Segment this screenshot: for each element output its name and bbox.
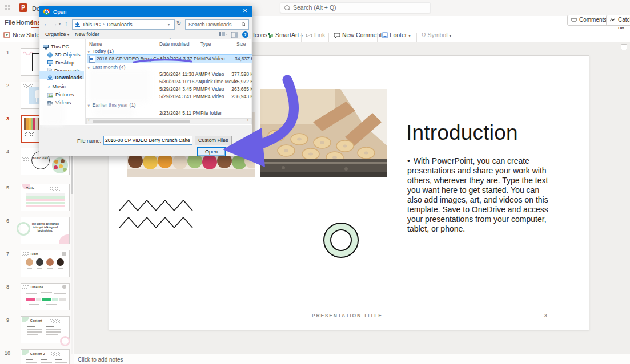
- thumb-decoration: [46, 329, 61, 330]
- new-slide-icon: [3, 32, 10, 38]
- file-name-chevron-icon: ▾: [185, 137, 187, 141]
- donut-shape[interactable]: [323, 222, 359, 258]
- preview-pane-icon[interactable]: [231, 32, 238, 38]
- ribbon-separator: [454, 33, 454, 42]
- slide-thumbnail-6[interactable]: The way to get started is to quit talkin…: [21, 217, 70, 244]
- column-header-date[interactable]: Date modified: [159, 41, 189, 47]
- symbol-label: Symbol: [427, 31, 447, 38]
- sidebar-item-downloads-selected[interactable]: Downloads: [39, 71, 84, 79]
- breadcrumb-root[interactable]: This PC: [82, 22, 101, 27]
- thumb-content2-label: Content 2: [30, 352, 45, 355]
- help-icon[interactable]: [242, 31, 248, 38]
- chrome-icon: [43, 9, 50, 15]
- link-button[interactable]: Link: [306, 31, 325, 38]
- thumb-decoration: [41, 359, 47, 360]
- new-slide-button[interactable]: New Slide▾: [3, 31, 43, 38]
- new-comment-button[interactable]: New Comment: [334, 31, 382, 38]
- collapse-rail-icon[interactable]: [621, 44, 627, 50]
- thumb-team-label: Team: [30, 252, 38, 256]
- thumb-decoration: [26, 293, 37, 294]
- dialog-title-bar[interactable]: Open ✕: [39, 6, 252, 17]
- zigzag-shape[interactable]: [118, 198, 194, 230]
- organize-button[interactable]: Organize ▾: [45, 31, 69, 37]
- view-mode-icon[interactable]: [219, 32, 227, 38]
- slide-thumbnail-5[interactable]: Table: [21, 184, 70, 211]
- thumb-decoration: [59, 234, 69, 244]
- catch-up-icon: [609, 18, 616, 22]
- history-chevron-icon[interactable]: ▾: [59, 22, 61, 26]
- comments-button[interactable]: Comments: [567, 15, 611, 26]
- smartart-button[interactable]: SmartArt▾: [267, 31, 303, 38]
- thumb-decoration: [50, 186, 61, 192]
- open-button[interactable]: Open: [197, 147, 226, 156]
- group-label-today[interactable]: Today (1): [87, 48, 114, 54]
- slide-body-text[interactable]: With PowerPoint, you can create presenta…: [407, 156, 553, 234]
- link-label: Link: [314, 31, 325, 38]
- symbol-button[interactable]: ΩSymbol▾: [422, 31, 451, 38]
- thumb-team-photo: [46, 258, 54, 266]
- file-name-input[interactable]: [103, 136, 192, 145]
- slide-thumbnail-9[interactable]: Content: [21, 316, 70, 343]
- chevron-down-icon: ▾: [67, 33, 69, 37]
- slide-thumbnail-8[interactable]: Timeline: [21, 283, 70, 310]
- notes-placeholder: Click to add notes: [78, 357, 123, 363]
- powerpoint-logo-icon[interactable]: [19, 3, 27, 12]
- scroll-left-icon[interactable]: ‹: [88, 118, 89, 122]
- tab-file[interactable]: File: [5, 19, 15, 26]
- thumb-decoration: [27, 326, 35, 327]
- thumb-number-7: 7: [6, 251, 14, 257]
- up-arrow-icon[interactable]: ↑: [65, 20, 68, 27]
- thumb-decoration: [54, 293, 66, 294]
- ribbon-separator: [377, 33, 378, 42]
- dialog-title: Open: [53, 9, 66, 15]
- column-header-name[interactable]: Name: [89, 41, 102, 47]
- column-header-size[interactable]: Size: [236, 41, 246, 47]
- file-row-selected[interactable]: 2016-08 CP VIDEO Berry Crunch Cake 6/19/…: [87, 54, 252, 63]
- breadcrumb-current[interactable]: Downloads: [107, 22, 133, 27]
- close-icon[interactable]: ✕: [240, 7, 250, 15]
- thumb-decoration: [26, 362, 37, 363]
- list-hscrollbar-track[interactable]: ‹ ›: [86, 118, 252, 124]
- catch-up-button[interactable]: Catch up: [606, 15, 630, 26]
- scroll-right-icon[interactable]: ›: [247, 118, 248, 122]
- file-size: 263,665 K: [231, 86, 252, 92]
- smartart-label: SmartArt: [275, 31, 299, 38]
- file-name: 2016-08 CP VIDEO Berry Crunch Cake: [97, 56, 164, 62]
- refresh-icon[interactable]: ↻: [176, 20, 181, 26]
- notes-bar[interactable]: Click to add notes: [74, 354, 630, 364]
- sort-ascending-icon: ˆ: [170, 38, 171, 41]
- slide-title[interactable]: Introduction: [406, 121, 518, 145]
- smartart-icon: [267, 32, 274, 38]
- address-chevron-icon[interactable]: ▾: [168, 22, 170, 26]
- forward-arrow-icon[interactable]: →: [51, 20, 58, 27]
- thumb-number-9: 9: [6, 317, 14, 323]
- bakery-image[interactable]: [260, 89, 387, 177]
- new-folder-button[interactable]: New folder: [75, 31, 99, 37]
- app-search-placeholder: Search (Alt + Q): [293, 4, 336, 11]
- redacted-sidebar-area: [41, 103, 65, 125]
- app-search-box[interactable]: Search (Alt + Q): [280, 2, 431, 13]
- file-type-dropdown[interactable]: Custom Files: [195, 136, 232, 145]
- file-type: MP4 Video: [200, 94, 224, 99]
- address-bar[interactable]: This PC › Downloads ▾: [72, 19, 175, 30]
- slide-footer-title[interactable]: PRESENTATION TITLE: [312, 313, 383, 318]
- dialog-search-box[interactable]: Search Downloads: [185, 19, 249, 30]
- chevron-down-icon: ▾: [450, 34, 452, 38]
- list-hscrollbar-thumb[interactable]: [93, 120, 190, 123]
- back-arrow-icon[interactable]: ←: [43, 20, 50, 27]
- slide-thumbnail-10[interactable]: Content 2: [21, 349, 70, 364]
- footer-button[interactable]: Footer▾: [382, 31, 411, 38]
- icons-button[interactable]: Icons: [253, 31, 267, 38]
- redacted-file-names: [89, 69, 150, 102]
- thumb-team-photo: [26, 258, 33, 266]
- column-header-type[interactable]: Type: [200, 41, 211, 47]
- thumb-timeline-bar: [59, 298, 66, 301]
- search-icon: [284, 5, 290, 10]
- slide-thumbnail-7[interactable]: Team: [21, 250, 70, 277]
- file-type: MP4 Video: [200, 86, 224, 92]
- thumb-decoration: [55, 359, 62, 360]
- slide-page-number[interactable]: 3: [544, 313, 547, 318]
- thumb-decoration: [26, 359, 33, 360]
- comment-bubble-icon: [571, 18, 577, 23]
- app-launcher-waffle-icon[interactable]: [5, 5, 11, 11]
